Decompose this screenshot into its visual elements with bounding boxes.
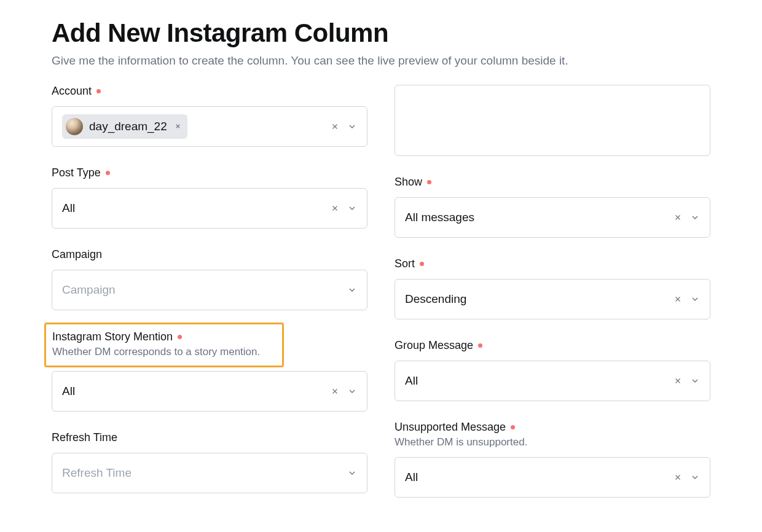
unsupported-sublabel: Whether DM is unsupported. bbox=[395, 436, 710, 448]
right-column: Show All messages bbox=[395, 85, 710, 498]
chevron-down-icon[interactable] bbox=[347, 122, 357, 131]
clear-icon[interactable] bbox=[330, 203, 340, 213]
sort-value: Descending bbox=[405, 292, 466, 306]
clear-icon[interactable] bbox=[330, 122, 340, 131]
account-chip-text: day_dream_22 bbox=[89, 120, 167, 133]
field-show: Show All messages bbox=[395, 176, 710, 238]
field-post-type: Post Type All bbox=[52, 166, 367, 229]
required-dot-icon bbox=[478, 343, 482, 348]
clear-icon[interactable] bbox=[330, 386, 340, 396]
required-dot-icon bbox=[96, 89, 101, 93]
chevron-down-icon[interactable] bbox=[690, 294, 700, 304]
post-type-value: All bbox=[62, 201, 75, 215]
unsupported-label: Unsupported Message bbox=[395, 421, 710, 434]
post-type-label-text: Post Type bbox=[52, 166, 101, 179]
page-subtitle: Give me the information to create the co… bbox=[52, 54, 710, 68]
refresh-time-select[interactable]: Refresh Time bbox=[52, 453, 367, 493]
story-mention-select[interactable]: All bbox=[52, 371, 367, 412]
required-dot-icon bbox=[511, 425, 515, 429]
field-sort: Sort Descending bbox=[395, 257, 710, 319]
clear-icon[interactable] bbox=[673, 294, 683, 304]
add-column-panel: Add New Instagram Column Give me the inf… bbox=[0, 0, 762, 532]
field-group-message: Group Message All bbox=[395, 339, 710, 401]
campaign-placeholder: Campaign bbox=[62, 283, 116, 297]
chevron-down-icon[interactable] bbox=[690, 472, 700, 482]
show-value: All messages bbox=[405, 211, 474, 224]
required-dot-icon bbox=[420, 262, 424, 266]
sort-label: Sort bbox=[395, 257, 710, 270]
show-label-text: Show bbox=[395, 176, 422, 189]
left-column: Account day_dream_22 bbox=[52, 85, 367, 498]
refresh-time-label-text: Refresh Time bbox=[52, 431, 117, 444]
account-chip[interactable]: day_dream_22 bbox=[62, 114, 187, 139]
sort-label-text: Sort bbox=[395, 257, 415, 270]
group-message-value: All bbox=[405, 374, 418, 388]
clear-icon[interactable] bbox=[673, 376, 683, 386]
group-message-select[interactable]: All bbox=[395, 361, 710, 401]
chevron-down-icon[interactable] bbox=[347, 468, 357, 478]
clear-icon[interactable] bbox=[673, 213, 683, 222]
campaign-label: Campaign bbox=[52, 248, 367, 261]
unsupported-select[interactable]: All bbox=[395, 457, 710, 498]
required-dot-icon bbox=[106, 171, 110, 175]
campaign-label-text: Campaign bbox=[52, 248, 102, 261]
story-mention-sublabel: Whether DM corresponds to a story mentio… bbox=[52, 346, 275, 358]
preview-textarea[interactable] bbox=[395, 85, 710, 156]
chevron-down-icon[interactable] bbox=[347, 285, 357, 295]
page-title: Add New Instagram Column bbox=[52, 18, 710, 48]
clear-icon[interactable] bbox=[673, 472, 683, 482]
show-label: Show bbox=[395, 176, 710, 189]
refresh-time-placeholder: Refresh Time bbox=[62, 466, 132, 480]
group-message-label-text: Group Message bbox=[395, 339, 473, 352]
highlight-callout: Instagram Story Mention Whether DM corre… bbox=[44, 323, 284, 367]
field-story-mention: Instagram Story Mention Whether DM corre… bbox=[52, 330, 367, 412]
sort-select[interactable]: Descending bbox=[395, 279, 710, 319]
avatar bbox=[66, 118, 83, 135]
required-dot-icon bbox=[178, 335, 182, 339]
account-label: Account bbox=[52, 85, 367, 98]
form-columns: Account day_dream_22 bbox=[52, 85, 710, 498]
chevron-down-icon[interactable] bbox=[347, 203, 357, 213]
show-select[interactable]: All messages bbox=[395, 197, 710, 238]
refresh-time-label: Refresh Time bbox=[52, 431, 367, 444]
close-icon[interactable] bbox=[175, 121, 181, 132]
field-unsupported-message: Unsupported Message Whether DM is unsupp… bbox=[395, 421, 710, 498]
post-type-label: Post Type bbox=[52, 166, 367, 179]
required-dot-icon bbox=[427, 180, 431, 184]
account-select[interactable]: day_dream_22 bbox=[52, 106, 367, 147]
campaign-select[interactable]: Campaign bbox=[52, 270, 367, 310]
account-label-text: Account bbox=[52, 85, 92, 98]
chevron-down-icon[interactable] bbox=[347, 386, 357, 396]
chevron-down-icon[interactable] bbox=[690, 213, 700, 222]
post-type-select[interactable]: All bbox=[52, 188, 367, 229]
unsupported-label-text: Unsupported Message bbox=[395, 421, 506, 434]
field-campaign: Campaign Campaign bbox=[52, 248, 367, 310]
unsupported-value: All bbox=[405, 471, 418, 484]
chevron-down-icon[interactable] bbox=[690, 376, 700, 386]
story-mention-label-text: Instagram Story Mention bbox=[52, 331, 173, 343]
group-message-label: Group Message bbox=[395, 339, 710, 352]
story-mention-label: Instagram Story Mention bbox=[52, 331, 275, 343]
field-account: Account day_dream_22 bbox=[52, 85, 367, 147]
story-mention-value: All bbox=[62, 385, 75, 398]
field-refresh-time: Refresh Time Refresh Time bbox=[52, 431, 367, 493]
